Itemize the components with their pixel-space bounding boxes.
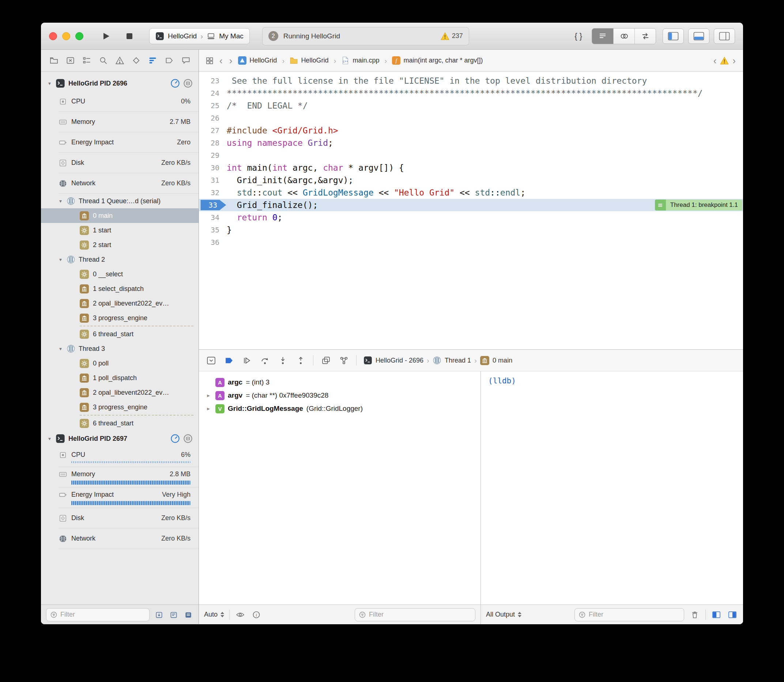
performance-gauge-button[interactable] (171, 78, 180, 88)
forward-button[interactable]: › (228, 56, 233, 65)
stop-button[interactable] (121, 28, 138, 44)
back-button[interactable]: ‹ (219, 56, 224, 65)
stack-frame-row[interactable]: 3 progress_engine (41, 311, 198, 325)
disclosure-triangle[interactable]: ▸ (205, 392, 212, 399)
version-editor-button[interactable] (634, 29, 656, 44)
scheme-selector[interactable]: HelloGrid › My Mac (149, 28, 250, 44)
navigator-filter-field[interactable] (46, 608, 150, 621)
tab-report-navigator[interactable] (180, 54, 191, 67)
clear-console-button[interactable] (689, 609, 700, 620)
zoom-button[interactable] (75, 32, 83, 40)
code-line[interactable]: 26 (199, 112, 743, 124)
debug-view-hierarchy-button[interactable] (320, 355, 331, 366)
gauge-row[interactable]: DiskZero KB/s (59, 508, 198, 529)
code-line[interactable]: 27#include <Grid/Grid.h> (199, 124, 743, 137)
performance-gauge-button[interactable] (171, 434, 180, 443)
stack-frame-row[interactable]: 1 poll_dispatch (41, 371, 198, 385)
tab-find-navigator[interactable] (97, 54, 109, 67)
task-count-badge[interactable]: 2 (268, 31, 278, 41)
view-process-by-queue-button[interactable] (183, 610, 193, 620)
line-number[interactable]: 32 (199, 186, 227, 199)
breadcrumb-file[interactable]: c++ main.cpp (341, 56, 379, 65)
code-line[interactable]: 23 See the full license in the file "LIC… (199, 75, 743, 87)
code-line[interactable]: 29 (199, 149, 743, 161)
toggle-navigator-button[interactable] (663, 29, 684, 44)
toggle-variables-view-button[interactable] (711, 609, 722, 620)
breadcrumb-frame[interactable]: 0 main (493, 357, 512, 364)
tab-debug-navigator[interactable] (147, 54, 158, 67)
step-out-button[interactable] (295, 355, 306, 366)
code-line[interactable]: 28using namespace Grid; (199, 137, 743, 149)
disclosure-triangle[interactable]: ▸ (205, 405, 212, 412)
line-number[interactable]: 26 (199, 112, 227, 124)
code-line[interactable]: 34 return 0; (199, 211, 743, 224)
code-line[interactable]: 35} (199, 224, 743, 236)
stack-frame-row[interactable]: 1 select_dispatch (41, 281, 198, 296)
breadcrumb-process[interactable]: HelloGrid - 2696 (375, 357, 423, 364)
gauge-row[interactable]: CPU6% (59, 447, 198, 467)
tab-symbol-navigator[interactable] (81, 54, 92, 67)
related-items-icon[interactable] (206, 57, 214, 65)
code-line[interactable]: 33 Grid_finalize();Thread 1: breakpoint … (199, 199, 743, 211)
code-line[interactable]: 25/* END LEGAL */ (199, 99, 743, 112)
close-button[interactable] (49, 32, 57, 40)
process-row[interactable]: ▾HelloGrid PID 2697 (41, 430, 198, 447)
stack-frame-row[interactable]: 2 start (41, 237, 198, 252)
code-line[interactable]: 36 (199, 236, 743, 249)
line-number[interactable]: 31 (199, 174, 227, 186)
quicklook-eye-button[interactable] (235, 609, 246, 620)
stack-frame-row[interactable]: 0 __select (41, 267, 198, 281)
code-line[interactable]: 31 Grid_init(&argc,&argv); (199, 174, 743, 186)
stack-frame-row[interactable]: 2 opal_libevent2022_ev… (41, 385, 198, 400)
issues-indicator[interactable]: 237 (441, 32, 463, 40)
toggle-inspectors-button[interactable] (714, 29, 735, 44)
line-number[interactable]: 27 (199, 124, 227, 137)
gauge-row[interactable]: Energy ImpactVery High (59, 488, 198, 508)
variable-row[interactable]: ▸Aargv= (char **) 0x7ffee9039c28 (205, 389, 481, 402)
code-review-button[interactable]: { } (572, 28, 585, 44)
console-output-selector[interactable]: All Output (486, 611, 521, 618)
show-recent-frames-button[interactable] (154, 610, 164, 620)
tab-test-navigator[interactable] (131, 54, 142, 67)
variables-scope-selector[interactable]: Auto (204, 611, 224, 618)
line-number[interactable]: 33 (199, 199, 227, 211)
variables-filter-field[interactable] (355, 608, 475, 621)
breadcrumb-thread[interactable]: Thread 1 (445, 357, 471, 364)
thread-row[interactable]: ▾Thread 1 Queue:…d (serial) (41, 194, 198, 208)
continue-button[interactable] (241, 355, 252, 366)
memory-graph-button[interactable] (338, 355, 349, 366)
step-into-button[interactable] (277, 355, 288, 366)
line-number[interactable]: 35 (199, 224, 227, 236)
hide-debug-area-button[interactable] (206, 355, 217, 366)
tab-breakpoint-navigator[interactable] (164, 54, 175, 67)
console-output[interactable]: (lldb) (481, 371, 743, 604)
previous-issue-button[interactable]: ‹ (713, 56, 717, 65)
line-number[interactable]: 34 (199, 211, 227, 224)
stack-frame-row[interactable]: 2 opal_libevent2022_ev… (41, 296, 198, 311)
line-number[interactable]: 25 (199, 99, 227, 112)
thread-row[interactable]: ▾Thread 2 (41, 252, 198, 267)
toggle-debug-area-button[interactable] (688, 29, 709, 44)
variable-row[interactable]: ▸VGrid::GridLogMessage(Grid::GridLogger) (205, 402, 481, 415)
gauge-row[interactable]: Memory2.8 MB (59, 467, 198, 488)
process-row[interactable]: ▾HelloGrid PID 2696 (41, 75, 198, 91)
gauge-row[interactable]: DiskZero KB/s (59, 153, 198, 173)
code-line[interactable]: 30int main(int argc, char * argv[]) { (199, 161, 743, 174)
memory-gauge-button[interactable] (183, 434, 193, 443)
stack-frame-row[interactable]: 6 thread_start (41, 416, 198, 430)
gauge-row[interactable]: NetworkZero KB/s (59, 173, 198, 194)
breadcrumb-project[interactable]: HelloGrid (238, 56, 277, 65)
line-number[interactable]: 24 (199, 87, 227, 99)
thread-row[interactable]: ▾Thread 3 (41, 341, 198, 356)
breadcrumb-group[interactable]: HelloGrid (290, 56, 328, 65)
stack-frame-row[interactable]: 0 main (41, 208, 198, 223)
gauge-row[interactable]: Energy ImpactZero (59, 132, 198, 153)
assistant-editor-button[interactable] (613, 29, 634, 44)
disclosure-triangle[interactable]: ▾ (58, 257, 63, 263)
stack-frame-row[interactable]: 0 poll (41, 356, 198, 371)
line-number[interactable]: 28 (199, 137, 227, 149)
gauge-row[interactable]: Memory2.7 MB (59, 112, 198, 132)
source-editor[interactable]: 23 See the full license in the file "LIC… (199, 72, 743, 349)
gauge-row[interactable]: NetworkZero KB/s (59, 529, 198, 549)
stack-frame-row[interactable]: 6 thread_start (41, 327, 198, 341)
